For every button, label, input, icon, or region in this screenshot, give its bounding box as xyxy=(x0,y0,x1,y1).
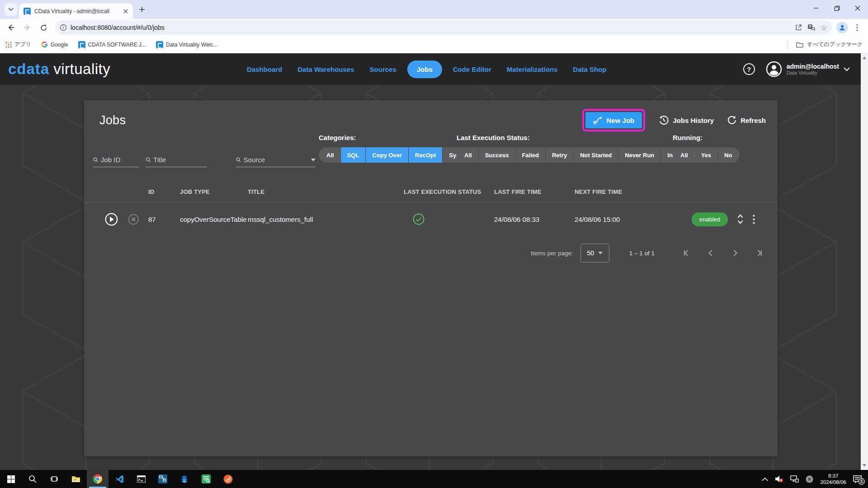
close-button[interactable] xyxy=(847,0,868,16)
chip-running-no[interactable]: No xyxy=(718,147,740,163)
chip-running-yes[interactable]: Yes xyxy=(695,147,717,163)
row-menu-kebab-icon[interactable] xyxy=(753,215,755,224)
back-button[interactable] xyxy=(4,20,18,35)
nav-data-shop[interactable]: Data Shop xyxy=(568,61,611,78)
bookmark-data-virtuality[interactable]: Data Virtuality Welc... xyxy=(156,41,217,48)
job-id-input[interactable] xyxy=(101,156,139,164)
title-input[interactable] xyxy=(153,156,207,164)
chip-copy-over[interactable]: Copy Over xyxy=(366,147,408,163)
scroll-down-arrow[interactable] xyxy=(863,464,866,467)
start-button[interactable] xyxy=(0,470,22,488)
chip-all[interactable]: All xyxy=(319,147,340,163)
chip-status-all[interactable]: All xyxy=(457,147,478,163)
nav-data-warehouses[interactable]: Data Warehouses xyxy=(293,61,359,78)
address-bar[interactable]: localhost:8080/account/#/u/0/jobs ☆ xyxy=(55,20,832,35)
browser-tab[interactable]: CData Virtuality - admin@locall xyxy=(19,3,133,19)
taskbar-search-button[interactable] xyxy=(22,470,43,488)
help-icon[interactable]: ? xyxy=(743,63,755,75)
orange-app-button[interactable] xyxy=(217,470,239,488)
cell-title[interactable]: mssql_customers_full xyxy=(248,216,404,223)
restore-icon xyxy=(834,5,840,11)
url-text[interactable]: localhost:8080/account/#/u/0/jobs xyxy=(71,24,791,31)
tab-search-button[interactable] xyxy=(5,3,17,16)
user-menu[interactable]: admin@localhost Data Virtuality xyxy=(766,61,850,77)
chip-recopt[interactable]: RecOpt xyxy=(409,147,442,163)
file-explorer-button[interactable] xyxy=(65,470,87,488)
unfold-more-icon[interactable] xyxy=(737,214,744,224)
tray-clock[interactable]: 8:37 2024/08/06 xyxy=(820,473,846,486)
restore-button[interactable] xyxy=(826,0,847,16)
cell-last-fire-time: 24/08/06 08:33 xyxy=(494,216,575,223)
system-tray: 8:37 2024/08/06 1 xyxy=(762,470,868,488)
source-filter[interactable] xyxy=(236,153,316,167)
app-logo[interactable]: cdata virtuality xyxy=(8,61,110,78)
volume-muted-icon[interactable] xyxy=(775,475,783,483)
categories-filter: Categories: All SQL Copy Over RecOpt Sys… xyxy=(319,134,478,163)
enabled-badge[interactable]: enabled xyxy=(692,212,728,226)
stop-job-button[interactable] xyxy=(128,214,139,225)
vscode-button[interactable] xyxy=(108,470,130,488)
chip-status-failed[interactable]: Failed xyxy=(515,147,545,163)
next-page-button[interactable] xyxy=(730,248,741,258)
status-x-icon[interactable] xyxy=(806,475,813,483)
new-job-button[interactable]: New Job xyxy=(585,112,642,128)
tab-close-icon[interactable] xyxy=(122,8,129,15)
bookmark-label: アプリ xyxy=(14,41,31,48)
new-job-label: New Job xyxy=(607,117,635,124)
jobs-history-button[interactable]: Jobs History xyxy=(659,115,714,125)
translate-icon[interactable] xyxy=(807,24,815,32)
nav-jobs[interactable]: Jobs xyxy=(407,61,442,78)
dropdown-caret-icon[interactable] xyxy=(311,159,316,161)
chip-status-success[interactable]: Success xyxy=(479,147,515,163)
page-size-select[interactable]: 50 xyxy=(580,244,609,263)
network-icon[interactable] xyxy=(790,475,799,483)
close-icon xyxy=(855,5,860,11)
chip-running-all[interactable]: All xyxy=(673,147,694,163)
vscode-icon xyxy=(115,475,124,483)
nav-code-editor[interactable]: Code Editor xyxy=(448,61,496,78)
remote-terminal-icon xyxy=(158,474,167,483)
new-tab-button[interactable] xyxy=(136,3,148,16)
site-info-icon[interactable] xyxy=(60,24,67,31)
putty-button[interactable] xyxy=(152,470,174,488)
title-filter[interactable] xyxy=(146,153,207,167)
source-input[interactable] xyxy=(244,156,308,164)
all-bookmarks[interactable]: すべてのブックマーク xyxy=(788,41,863,49)
nav-dashboard[interactable]: Dashboard xyxy=(242,61,287,78)
cdata-favicon xyxy=(78,41,85,48)
last-page-button[interactable] xyxy=(754,248,765,258)
bookmark-google[interactable]: Google xyxy=(41,41,68,48)
task-view-button[interactable] xyxy=(43,470,65,488)
profile-avatar[interactable] xyxy=(836,22,848,33)
chip-sql[interactable]: SQL xyxy=(341,147,366,163)
tray-expand-icon[interactable] xyxy=(762,477,768,481)
bookmark-cdata-software[interactable]: CDATA SOFTWARE J... xyxy=(78,41,146,48)
chip-status-not-started[interactable]: Not Started xyxy=(574,147,618,163)
nav-materializations[interactable]: Materializations xyxy=(502,61,562,78)
open-in-new-icon[interactable] xyxy=(795,24,802,31)
browser-menu-button[interactable] xyxy=(850,20,864,35)
terminal-button[interactable] xyxy=(130,470,152,488)
chrome-taskbar-button[interactable] xyxy=(87,470,108,488)
bookmark-star-icon[interactable]: ☆ xyxy=(821,24,827,32)
forward-button[interactable] xyxy=(20,20,34,35)
job-id-filter[interactable] xyxy=(93,153,139,167)
run-job-button[interactable] xyxy=(105,213,118,226)
page-scrollbar[interactable] xyxy=(861,53,868,470)
reload-button[interactable] xyxy=(36,20,51,35)
bookmark-apps[interactable]: アプリ xyxy=(5,41,31,48)
search-icon xyxy=(236,157,241,163)
browser-toolbar: localhost:8080/account/#/u/0/jobs ☆ xyxy=(0,19,868,36)
layers-app-button[interactable] xyxy=(174,470,195,488)
first-page-button[interactable] xyxy=(681,248,692,258)
action-center-button[interactable]: 1 xyxy=(853,475,862,483)
chip-status-retry[interactable]: Retry xyxy=(546,147,573,163)
prev-page-button[interactable] xyxy=(705,248,716,258)
minimize-button[interactable] xyxy=(806,0,826,16)
screen: CData Virtuality - admin@locall localhos… xyxy=(0,0,868,488)
scroll-up-arrow[interactable] xyxy=(863,56,866,59)
log-viewer-button[interactable] xyxy=(195,470,217,488)
nav-sources[interactable]: Sources xyxy=(365,61,401,78)
chip-status-never-run[interactable]: Never Run xyxy=(618,147,660,163)
refresh-button[interactable]: Refresh xyxy=(727,115,766,125)
